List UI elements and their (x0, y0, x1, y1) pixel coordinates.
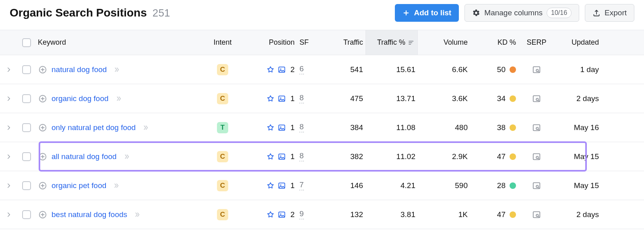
double-chevron-icon (123, 153, 130, 160)
add-to-list-label: Add to list (414, 8, 451, 17)
col-updated[interactable]: Updated (555, 38, 601, 47)
add-keyword-button[interactable] (38, 152, 47, 161)
volume-value: 3.6K (418, 94, 470, 103)
add-keyword-button[interactable] (38, 123, 47, 132)
col-intent[interactable]: Intent (204, 38, 241, 47)
updated-value: May 15 (555, 152, 601, 161)
keyword-link[interactable]: all natural dog food (52, 152, 117, 161)
expand-row-toggle[interactable] (0, 124, 18, 131)
sf-value[interactable]: 9 (299, 209, 304, 219)
keyword-table: Keyword Intent Position SF Traffic Traff… (0, 30, 644, 229)
traffic-pct-value: 11.08 (365, 123, 418, 132)
add-to-list-button[interactable]: Add to list (395, 4, 459, 22)
row-checkbox[interactable] (22, 152, 31, 161)
position-value: 1 (289, 181, 295, 190)
sf-value[interactable]: 7 (299, 180, 304, 190)
star-icon (266, 153, 275, 161)
circle-plus-icon (38, 210, 47, 219)
traffic-pct-value: 13.71 (365, 94, 418, 103)
manage-columns-button[interactable]: Manage columns 10/16 (464, 4, 579, 22)
expand-row-toggle[interactable] (0, 153, 18, 160)
sf-value[interactable]: 8 (299, 151, 304, 161)
keyword-link[interactable]: best natural dog foods (52, 210, 127, 219)
add-keyword-button[interactable] (38, 94, 47, 104)
table-row: natural dog food C 2 6 541 15.61 6.6K 50… (0, 55, 644, 84)
row-checkbox[interactable] (22, 123, 31, 132)
chevron-right-icon (5, 211, 12, 218)
double-chevron-icon (142, 124, 149, 131)
serp-icon (532, 152, 541, 161)
col-volume[interactable]: Volume (418, 38, 470, 47)
sf-value[interactable]: 8 (299, 93, 304, 104)
expand-row-toggle[interactable] (0, 182, 18, 189)
upload-icon (592, 9, 601, 17)
kd-value: 34 (497, 94, 506, 103)
serp-icon (532, 65, 541, 74)
kd-value: 28 (497, 181, 506, 190)
col-serp[interactable]: SERP (518, 38, 555, 47)
volume-value: 1K (418, 210, 470, 219)
select-all-checkbox[interactable] (22, 38, 31, 47)
gear-icon (472, 9, 480, 17)
keyword-link[interactable]: natural dog food (52, 65, 107, 74)
table-header-bar: Organic Search Positions 251 Add to list… (0, 0, 644, 30)
col-sf[interactable]: SF (297, 38, 321, 47)
add-keyword-button[interactable] (38, 65, 47, 75)
view-serp-button[interactable] (518, 94, 555, 103)
col-traffic-pct-label: Traffic % (377, 38, 405, 47)
sf-value[interactable]: 6 (299, 64, 304, 75)
traffic-value: 132 (321, 210, 365, 219)
kd-value: 38 (497, 123, 506, 132)
image-icon (278, 95, 286, 103)
intent-badge: T (217, 122, 228, 133)
image-icon (278, 211, 286, 219)
view-serp-button[interactable] (518, 65, 555, 74)
traffic-pct-value: 11.02 (365, 152, 418, 161)
chevron-right-icon (5, 66, 12, 73)
intent-badge: C (217, 93, 228, 104)
double-chevron-icon (113, 182, 120, 189)
keyword-link[interactable]: only natural pet dog food (52, 123, 136, 132)
view-serp-button[interactable] (518, 210, 555, 219)
row-checkbox[interactable] (22, 210, 31, 219)
col-keyword[interactable]: Keyword (35, 38, 204, 47)
view-serp-button[interactable] (518, 181, 555, 190)
expand-row-toggle[interactable] (0, 211, 18, 218)
expand-row-toggle[interactable] (0, 66, 18, 73)
row-checkbox[interactable] (22, 181, 31, 190)
add-keyword-button[interactable] (38, 210, 47, 219)
updated-value: 1 day (555, 65, 601, 74)
traffic-value: 146 (321, 181, 365, 190)
circle-plus-icon (38, 65, 47, 74)
keyword-link[interactable]: organic pet food (52, 181, 106, 190)
updated-value: May 15 (555, 181, 601, 190)
table-row: all natural dog food C 1 8 382 11.02 2.9… (0, 142, 644, 171)
kd-value: 47 (497, 210, 506, 219)
sf-value[interactable]: 8 (299, 122, 304, 132)
chevron-right-icon (5, 182, 12, 189)
col-kd[interactable]: KD % (470, 38, 518, 47)
kd-difficulty-dot (510, 153, 516, 160)
view-serp-button[interactable] (518, 123, 555, 132)
image-icon (278, 66, 286, 74)
col-traffic-pct[interactable]: Traffic % (365, 30, 418, 55)
col-traffic[interactable]: Traffic (321, 38, 365, 47)
kd-value: 50 (497, 65, 506, 74)
chevron-right-icon (5, 124, 12, 131)
intent-badge: C (217, 180, 228, 191)
row-checkbox[interactable] (22, 65, 31, 74)
row-checkbox[interactable] (22, 94, 31, 103)
page-title: Organic Search Positions (10, 6, 147, 19)
intent-badge: C (217, 64, 228, 75)
traffic-value: 382 (321, 152, 365, 161)
expand-row-toggle[interactable] (0, 95, 18, 102)
keyword-link[interactable]: organic dog food (52, 94, 109, 103)
col-position[interactable]: Position (241, 38, 297, 47)
table-row: only natural pet dog food T 1 8 384 11.0… (0, 113, 644, 142)
traffic-value: 541 (321, 65, 365, 74)
star-icon (266, 211, 275, 219)
add-keyword-button[interactable] (38, 181, 47, 190)
kd-difficulty-dot (510, 124, 516, 131)
export-button[interactable]: Export (585, 4, 634, 22)
view-serp-button[interactable] (518, 152, 555, 161)
